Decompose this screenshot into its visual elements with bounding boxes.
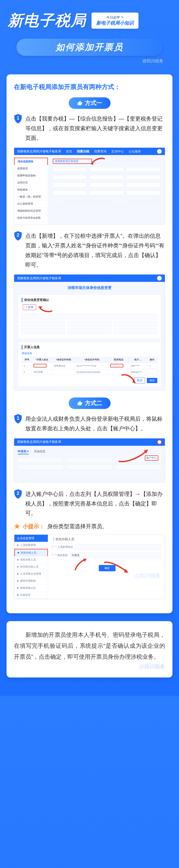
card-footer: 新增加的开票员使用本人手机号、密码登录电子税局，在填写完手机验证码后，系统提示“…	[6, 621, 173, 678]
input-name[interactable]	[33, 364, 47, 368]
side-item[interactable]: 涉税风险认证	[14, 585, 48, 592]
side-item[interactable]: 委托代理机构	[14, 578, 48, 585]
nav-item[interactable]: 我要查询	[94, 149, 107, 154]
thumb-icon	[77, 100, 83, 106]
th: 序号	[22, 357, 32, 363]
m1-step1-text: 点击【我要办税】—【综合信息报告】—【变更税务登记等信息】，或在首页搜索栏输入关…	[25, 114, 165, 143]
nav-item[interactable]: 我要办税	[77, 149, 89, 154]
sidebar-item[interactable]: 发票使用	[14, 165, 48, 172]
th: *身份证件种类	[52, 357, 75, 363]
select-identity[interactable]: 开票员	[70, 553, 161, 558]
invoicer-table: 序号 *开票人姓名 *身份证件种类 *身份证件号码 联系电话 电子… 操作 1 …	[22, 357, 157, 375]
footer-paragraph: 新增加的开票员使用本人手机号、密码登录电子税局，在填写完手机验证码后，系统提示“…	[14, 629, 165, 662]
main-title: 新电子税局	[8, 10, 86, 31]
shot-sidebar: 综合信息报告 发票使用 税费申报及缴纳 证明开具 税收减免 一般退（抵）税管理 …	[14, 155, 48, 224]
account-center-link[interactable]: 账户中心	[145, 456, 158, 461]
sidebar-item[interactable]: 增值税抵扣凭证管理	[14, 208, 48, 215]
table-row: 2 法定名称 51330219760716022E 158046**** …	[22, 369, 157, 375]
subtitle: 如何添加开票员	[56, 41, 123, 53]
panel-title: 身份信息变更确认	[22, 298, 157, 302]
sidebar-item[interactable]: 综合信息报告	[14, 158, 48, 165]
shield-icon: 1	[14, 114, 22, 123]
nav-item[interactable]: 公众服务	[128, 149, 141, 154]
confirm-button[interactable]: 确定	[99, 565, 116, 571]
shot-site-title: 国家税务总局四川省电子税务局	[17, 276, 61, 281]
input-phone[interactable]	[75, 544, 161, 550]
add-button[interactable]: + 新增	[23, 304, 36, 310]
avatar-icon[interactable]	[157, 440, 162, 444]
panel-subtitle: 基础信息	[22, 351, 157, 355]
sidebar-item[interactable]: 税收减免	[14, 186, 48, 193]
th: *开票人姓名	[32, 357, 52, 363]
shot-main: 变更税务登记等信息	[48, 155, 165, 224]
select-role[interactable]	[22, 314, 157, 319]
th: 电子…	[129, 357, 147, 363]
avatar-icon[interactable]	[157, 149, 162, 154]
cancel-button[interactable]: 取消	[134, 378, 145, 383]
side-permissions: 企业信息管理 人员权限管理 添加办税人员 现有办税人员 待关联办税人员 人员关联…	[14, 534, 48, 599]
watermark-top: @四川税务	[8, 58, 171, 64]
sidebar-item[interactable]: 一般退（抵）税管理	[14, 193, 48, 200]
m2-step2-text: 进入账户中心后，点击左列【人员权限管理】→【添加办税人员】，按照要求完善基本信息…	[25, 489, 165, 518]
side-item[interactable]: 待关联办税人员	[14, 563, 48, 570]
shield-icon: 1	[14, 414, 22, 424]
field-label: * 人员联系电话	[55, 545, 73, 549]
main-add-person: 丨添加办税人员 ** 人员联系电话 ** 身份类型 开票员 确定	[48, 534, 165, 599]
shot-topbar: 国家税务总局四川省电子税务局 首页 我要办税 我要查询 互动中心 公众服务	[14, 148, 165, 155]
m1-step1: 1 点击【我要办税】—【综合信息报告】—【变更税务登记等信息】，或在首页搜索栏输…	[14, 114, 165, 143]
nav-item[interactable]: 互动中心	[111, 149, 124, 154]
svg-marker-4	[83, 559, 87, 562]
sidebar-item[interactable]: 税务代保管资金收取	[14, 215, 48, 222]
m2-step2: 2 进入账户中心后，点击左列【人员权限管理】→【添加办税人员】，按照要求完善基本…	[14, 489, 165, 518]
tip-label: 小提示：	[23, 523, 45, 530]
screenshot-2: 国家税务总局四川省电子税务局 涉税市场主体身份信息变更 身份信息变更确认 + 新…	[14, 274, 165, 391]
shot-page-title: 涉税市场主体身份信息变更	[18, 283, 161, 292]
tab[interactable]: 申报表 ▾	[18, 450, 29, 454]
side-item[interactable]: 人员权限管理	[14, 542, 48, 549]
nav-item[interactable]: 首页	[66, 149, 72, 154]
th: 联系电话	[109, 357, 129, 363]
sidebar-item[interactable]: 税费申报及缴纳	[14, 172, 48, 179]
side-header: 企业信息管理	[14, 535, 48, 542]
side-item[interactable]: 现有办税人员	[14, 556, 48, 563]
thumb-icon	[77, 400, 83, 406]
popover-account-center: 账户中心	[142, 454, 161, 462]
side-item[interactable]: 注销登录	[14, 592, 48, 599]
avatar-icon[interactable]	[157, 276, 162, 281]
shot-topbar: 国家税务总局四川省电子税务局	[14, 438, 165, 446]
badge: 今日必学✎ 新电子税局小知识	[91, 12, 139, 29]
sidebar-item[interactable]: 出口退税管理	[14, 200, 48, 208]
method-chip-1: 方式一	[69, 97, 111, 109]
side-item[interactable]: 人员关联企业管理	[14, 570, 48, 578]
tip-row: 小提示： 身份类型需选择开票员。	[14, 523, 165, 530]
tabs: 申报表 ▾ 其他信息	[18, 450, 161, 454]
subtitle-pill: 如何添加开票员	[17, 39, 163, 56]
field-label: * 身份类型	[55, 554, 68, 557]
table-row: 1 居民身份证 5111**********7718 138****** —	[22, 363, 157, 369]
panel-identity: 身份信息变更确认 + 新增	[18, 294, 161, 339]
svg-marker-1	[38, 306, 42, 310]
screenshot-3: 国家税务总局四川省电子税务局 申报表 ▾ 其他信息 账户中心	[14, 438, 165, 483]
panel-title: 开票人信息	[22, 345, 157, 349]
card-main: 在新电子税局添加开票员有两种方式： 方式一 1 点击【我要办税】—【综合信息报告…	[6, 74, 173, 613]
m1-step2-text: 点击【新增】，在下拉框中选择“开票人”。在弹出的信息页面，输入“开票人姓名”“身…	[25, 231, 165, 270]
main-title: 丨添加办税人员	[52, 537, 161, 541]
method-chip-2: 方式二	[69, 398, 111, 409]
shot-topbar: 国家税务总局四川省电子税务局	[14, 275, 165, 282]
th: *身份证件号码	[75, 357, 109, 363]
watermark: @四川税务	[14, 663, 165, 670]
tip-text: 身份类型需选择开票员。	[47, 523, 108, 530]
m1-step2: 2 点击【新增】，在下拉框中选择“开票人”。在弹出的信息页面，输入“开票人姓名”…	[14, 231, 165, 270]
input-phone[interactable]	[110, 364, 123, 368]
watermark: @四川税务	[52, 572, 161, 579]
link-change-info[interactable]: 变更税务登记等信息	[53, 159, 92, 164]
header: 新电子税局 今日必学✎ 新电子税局小知识 如何添加开票员 @四川税务	[0, 0, 179, 69]
th: 操作	[147, 357, 157, 363]
side-item-add[interactable]: 添加办税人员	[14, 549, 48, 556]
tab[interactable]: 其他信息	[34, 450, 46, 454]
save-button[interactable]: 保存	[147, 378, 157, 383]
shield-icon: 2	[14, 231, 22, 241]
intro-text: 在新电子税局添加开票员有两种方式：	[14, 83, 165, 91]
m2-step1-text: 用企业法人或财务负责人身份登录新电子税局后，将鼠标放置在界面右上角的人头处，点击…	[25, 414, 165, 433]
sidebar-item[interactable]: 证明开具	[14, 179, 48, 186]
